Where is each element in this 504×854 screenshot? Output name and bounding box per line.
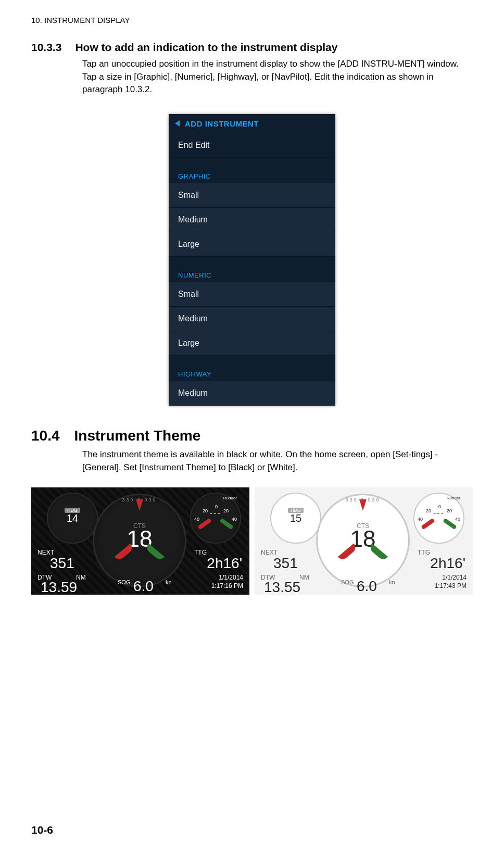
h2-body: The instrument theme is available in bla… <box>82 448 473 474</box>
hdg-gauge: HDG 15 <box>270 493 321 544</box>
page-number: 10-6 <box>31 824 53 836</box>
section-10-4-heading: 10.4 Instrument Theme <box>31 428 473 444</box>
section-number: 10.3.3 <box>31 41 61 54</box>
h2-title: Instrument Theme <box>74 428 201 444</box>
dtw-unit: NM <box>76 574 86 581</box>
section-title: How to add an indication to the instrume… <box>75 41 337 54</box>
rudder-gauge: Rudder --- 40 20 0 20 40 <box>190 493 241 544</box>
section-body: Tap an unoccupied position in the instru… <box>82 58 473 96</box>
ttg-value: 2h16' <box>430 555 465 572</box>
theme-figures-row: HDG 14 330 0 030 CTS 18 Rudder --- 40 20… <box>31 487 473 595</box>
rudder-scale-20l: 20 <box>426 508 431 513</box>
sog-value: 6.0 <box>133 578 154 595</box>
date-value: 1/1/2014 <box>219 574 243 581</box>
rudder-scale-40r: 40 <box>455 517 460 522</box>
back-chevron-icon[interactable] <box>175 120 180 127</box>
section-10-3-3-heading: 10.3.3 How to add an indication to the i… <box>31 41 473 54</box>
hdg-value: 15 <box>271 512 320 524</box>
pointer-icon <box>136 499 143 511</box>
rudder-label: Rudder <box>447 496 460 500</box>
category-graphic: GRAPHIC <box>169 167 335 183</box>
date-value: 1/1/2014 <box>442 574 467 581</box>
ttg-value: 2h16' <box>207 555 242 572</box>
h2-number: 10.4 <box>31 428 60 444</box>
numeric-small-row[interactable]: Small <box>169 282 335 307</box>
cts-gauge: 330 0 030 CTS 18 <box>93 494 186 587</box>
add-instrument-figure: ADD INSTRUMENT End Edit GRAPHIC Small Me… <box>31 114 473 406</box>
rudder-scale-40l: 40 <box>418 517 423 522</box>
rudder-scale-20r: 20 <box>447 508 452 513</box>
pointer-icon <box>359 499 367 511</box>
instrument-theme-black: HDG 14 330 0 030 CTS 18 Rudder --- 40 20… <box>31 487 249 595</box>
graphic-small-row[interactable]: Small <box>169 183 335 208</box>
rudder-scale-40l: 40 <box>194 517 199 522</box>
category-numeric: NUMERIC <box>169 266 335 282</box>
cts-gauge: 330 0 030 CTS 18 <box>316 494 410 587</box>
sog-value: 6.0 <box>357 578 377 595</box>
rudder-scale-0: 0 <box>215 504 218 509</box>
cts-value: 18 <box>94 526 185 552</box>
rudder-scale-20r: 20 <box>223 508 229 513</box>
next-value: 351 <box>273 555 298 572</box>
rudder-gauge: Rudder --- 40 20 0 20 40 <box>413 493 464 544</box>
graphic-medium-row[interactable]: Medium <box>169 208 335 232</box>
rudder-red-icon <box>421 518 435 530</box>
panel-spacer <box>169 356 335 365</box>
numeric-medium-row[interactable]: Medium <box>169 307 335 331</box>
time-value: 1:17:16 PM <box>211 582 243 589</box>
dtw-unit: NM <box>299 574 309 581</box>
rudder-scale-0: 0 <box>438 504 441 509</box>
time-value: 1:17:43 PM <box>435 582 467 589</box>
ttg-label: TTG <box>418 549 430 556</box>
dtw-value: 13.55 <box>264 579 300 595</box>
hdg-gauge: HDG 14 <box>47 493 98 544</box>
category-highway: HIGHWAY <box>169 365 335 381</box>
next-value: 351 <box>50 555 74 572</box>
sog-unit: kn <box>166 579 172 585</box>
panel-title: ADD INSTRUMENT <box>185 119 259 128</box>
sog-label: SOG <box>118 579 130 585</box>
end-edit-row[interactable]: End Edit <box>169 133 335 158</box>
add-instrument-panel: ADD INSTRUMENT End Edit GRAPHIC Small Me… <box>169 114 335 406</box>
dtw-value: 13.59 <box>41 579 77 595</box>
highway-medium-row[interactable]: Medium <box>169 381 335 406</box>
rudder-label: Rudder <box>223 496 237 500</box>
panel-spacer <box>169 158 335 167</box>
chapter-header: 10. INSTRUMENT DISPLAY <box>31 16 473 24</box>
rudder-scale-40r: 40 <box>232 517 237 522</box>
ttg-label: TTG <box>194 549 207 556</box>
sog-unit: kn <box>389 579 395 585</box>
cts-value: 18 <box>318 526 408 552</box>
numeric-large-row[interactable]: Large <box>169 331 335 356</box>
instrument-theme-white: HDG 15 330 0 030 CTS 18 Rudder --- 40 20… <box>255 487 473 595</box>
graphic-large-row[interactable]: Large <box>169 232 335 257</box>
rudder-scale-20l: 20 <box>203 508 208 513</box>
rudder-red-icon <box>197 518 212 530</box>
sog-label: SOG <box>341 579 354 585</box>
hdg-value: 14 <box>48 512 97 524</box>
panel-header[interactable]: ADD INSTRUMENT <box>169 114 335 133</box>
panel-spacer <box>169 257 335 266</box>
